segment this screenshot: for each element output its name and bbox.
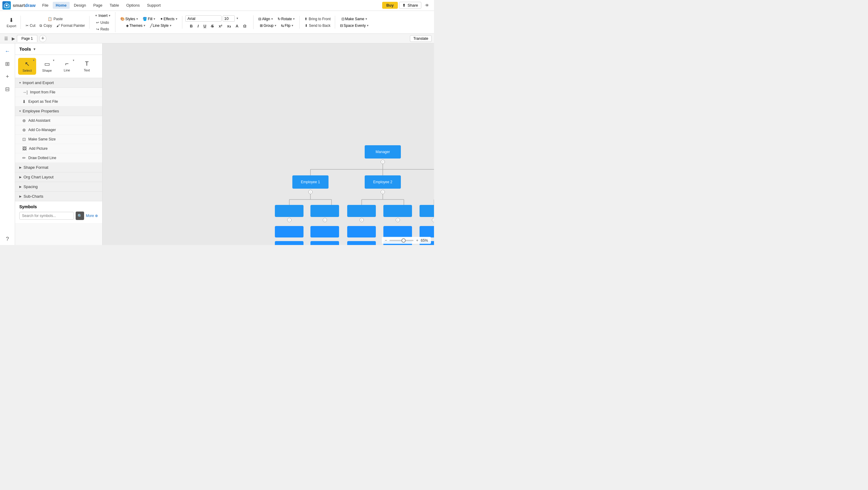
sub1-node[interactable]: − <box>275 205 304 222</box>
subsub1-node[interactable] <box>275 226 304 238</box>
zoom-minus-icon[interactable]: − <box>385 238 387 243</box>
subsub7-box[interactable] <box>275 241 304 245</box>
page-list-button[interactable]: ☰ <box>2 35 10 42</box>
org-chart-layout-section-header[interactable]: ▶ Org Chart Layout <box>15 172 102 182</box>
menu-page[interactable]: Page <box>90 2 105 9</box>
back-button[interactable]: ← <box>2 46 13 57</box>
symbols-search-input[interactable] <box>19 212 74 220</box>
draw-dotted-line-item[interactable]: ✏ Draw Dotted Line <box>15 153 102 163</box>
symbols-search-button[interactable]: 🔍 <box>76 212 84 220</box>
zoom-slider[interactable] <box>390 240 413 241</box>
subsub7-node[interactable] <box>275 241 304 245</box>
employee-properties-section-header[interactable]: ▾ Employee Properties <box>15 106 102 116</box>
redo-button[interactable]: ↪ Redo <box>94 26 111 32</box>
spacing-section-header[interactable]: ▶ Spacing <box>15 182 102 192</box>
subsub8-node[interactable] <box>310 241 339 245</box>
align-button[interactable]: ⊟ Align ▼ <box>256 16 275 22</box>
cut-button[interactable]: ✂ Cut <box>24 23 37 29</box>
copy-button[interactable]: ⧉ Copy <box>38 23 54 29</box>
subsub2-node[interactable] <box>310 226 339 238</box>
text-tool-button[interactable]: T Text <box>78 58 96 75</box>
superscript-button[interactable]: x² <box>217 23 224 29</box>
subsub5-node[interactable] <box>420 226 434 238</box>
font-name-input[interactable] <box>185 16 221 22</box>
group-button[interactable]: ⊞ Group ▼ <box>258 23 278 29</box>
page-expand-button[interactable]: ▶ <box>10 35 17 42</box>
sub3-box[interactable] <box>347 205 376 217</box>
sub4-toggle[interactable]: − <box>396 218 400 222</box>
help-button[interactable]: ? <box>2 234 13 244</box>
underline-button[interactable]: U <box>201 23 208 29</box>
buy-button[interactable]: Buy <box>382 2 398 9</box>
manager-node[interactable]: Manager − <box>365 145 401 164</box>
shape-tool-button[interactable]: ▭ Shape ▼ <box>38 58 56 75</box>
rotate-button[interactable]: ↻ Rotate ▼ <box>276 16 297 22</box>
employee1-node[interactable]: Employee 1 − <box>292 175 329 194</box>
menu-options[interactable]: Options <box>123 2 143 9</box>
format-painter-button[interactable]: 🖌 Format Painter <box>55 23 87 29</box>
tools-chevron[interactable]: ▼ <box>33 47 36 51</box>
line-style-button[interactable]: ╱ Line Style ▼ <box>148 23 174 29</box>
font-size-input[interactable] <box>223 16 235 22</box>
employee2-toggle[interactable]: − <box>381 190 385 194</box>
subsub5-box[interactable] <box>420 226 434 238</box>
zoom-thumb[interactable] <box>401 238 406 243</box>
add-picture-item[interactable]: 🖼 Add Picture <box>15 144 102 153</box>
line-tool-button[interactable]: ⌐ Line ▼ <box>58 58 76 75</box>
export-button[interactable]: ⬇ Export <box>5 16 18 29</box>
sub2-toggle[interactable]: − <box>323 218 327 222</box>
styles-button[interactable]: 🎨 Styles ▼ <box>119 16 141 22</box>
employee2-box[interactable]: Employee 2 <box>365 175 401 189</box>
menu-support[interactable]: Support <box>144 2 164 9</box>
subsub9-box[interactable] <box>347 241 376 245</box>
add-co-manager-item[interactable]: ⊕ Add Co-Manager <box>15 125 102 135</box>
canvas-area[interactable]: Manager − Employee 1 − Employee 2 − <box>102 43 434 245</box>
special-chars-button[interactable]: Ω <box>241 23 248 29</box>
make-same-size-item[interactable]: ⊡ Make Same Size <box>15 135 102 144</box>
sub5-box[interactable] <box>420 205 434 217</box>
manager-box[interactable]: Manager <box>365 145 401 158</box>
subsub8-box[interactable] <box>310 241 339 245</box>
templates-button[interactable]: ⊞ <box>2 58 13 69</box>
sub3-node[interactable]: − <box>347 205 376 222</box>
subscript-button[interactable]: x₂ <box>225 23 233 29</box>
undo-button[interactable]: ↩ Undo <box>94 20 111 26</box>
menu-design[interactable]: Design <box>71 2 89 9</box>
shape-format-section-header[interactable]: ▶ Shape Format <box>15 163 102 172</box>
subsub4-node[interactable] <box>383 226 412 238</box>
sub5-node[interactable]: − <box>420 205 434 222</box>
subsub3-node[interactable] <box>347 226 376 238</box>
import-export-section-header[interactable]: ▾ Import and Export <box>15 78 102 88</box>
italic-button[interactable]: I <box>195 23 201 29</box>
menu-file[interactable]: File <box>39 2 52 9</box>
sub-charts-section-header[interactable]: ▶ Sub-Charts <box>15 192 102 201</box>
flip-button[interactable]: ⇆ Flip ▼ <box>279 23 296 29</box>
insert-button[interactable]: ＋ Insert ▼ <box>93 12 113 19</box>
eye-button[interactable]: 👁 <box>423 2 432 9</box>
themes-button[interactable]: ◈ Themes ▼ <box>124 23 147 29</box>
select-tool-button[interactable]: ↖ Select ▼ <box>18 58 36 75</box>
page-tab-1[interactable]: Page 1 <box>17 35 37 42</box>
sub1-box[interactable] <box>275 205 304 217</box>
symbols-more-button[interactable]: More ⊕ <box>86 214 98 218</box>
subsub9-node[interactable] <box>347 241 376 245</box>
subsub4-box[interactable] <box>383 226 412 238</box>
paste-button[interactable]: 📋 Paste <box>46 16 64 22</box>
export-as-text-item[interactable]: ⬇ Export as Text File <box>15 97 102 106</box>
employee1-toggle[interactable]: − <box>308 190 313 194</box>
add-button[interactable]: + <box>2 71 13 82</box>
menu-table[interactable]: Table <box>107 2 122 9</box>
add-page-button[interactable]: + <box>39 35 46 42</box>
sub2-node[interactable]: − <box>310 205 339 222</box>
send-to-back-button[interactable]: ⬇ Send to Back <box>303 23 332 29</box>
space-evenly-button[interactable]: ⊟ Space Evenly ▼ <box>338 23 371 29</box>
subsub3-box[interactable] <box>347 226 376 238</box>
font-color-button[interactable]: A <box>234 23 241 29</box>
zoom-plus-icon[interactable]: + <box>416 238 418 243</box>
share-button[interactable]: ⬆ Share <box>399 2 421 9</box>
sub5-toggle[interactable]: − <box>432 218 434 222</box>
subsub2-box[interactable] <box>310 226 339 238</box>
sub2-box[interactable] <box>310 205 339 217</box>
fill-button[interactable]: 🪣 Fill ▼ <box>141 16 157 22</box>
sub1-toggle[interactable]: − <box>287 218 291 222</box>
